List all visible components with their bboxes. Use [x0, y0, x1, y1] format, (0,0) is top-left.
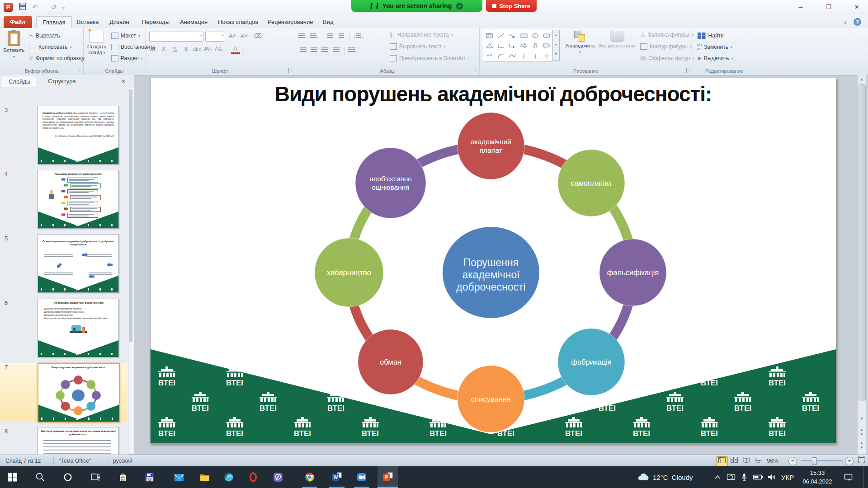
diagram-node-2[interactable]: самоплагіат: [558, 150, 625, 216]
zoom-slider[interactable]: [801, 460, 843, 461]
tab-design[interactable]: Дизайн: [103, 16, 136, 28]
justify-button[interactable]: [331, 46, 340, 55]
language-indicator[interactable]: русский: [113, 455, 132, 467]
diagram-node-8[interactable]: необ'єктивнеоцінювання: [355, 148, 426, 218]
arrange-button[interactable]: Упорядочить▾: [563, 30, 597, 55]
restore-button[interactable]: ❐: [819, 2, 838, 13]
layout-button[interactable]: Макет▾: [111, 31, 140, 41]
paste-button[interactable]: Вставить▾: [1, 30, 27, 60]
shape-effects-button[interactable]: Эффекты фигур▾: [640, 53, 694, 63]
powerpoint-app-icon[interactable]: P: [4, 3, 13, 12]
character-spacing-button[interactable]: AV▾: [203, 44, 212, 53]
bullets-button[interactable]: ▾: [298, 32, 307, 41]
fit-to-window-button[interactable]: [856, 456, 867, 465]
paragraph-dialog-launcher[interactable]: ↘: [473, 68, 478, 73]
diagram-node-5[interactable]: списування: [458, 366, 524, 432]
shape-outline-button[interactable]: Контур фигуры▾: [640, 42, 692, 52]
stop-share-button[interactable]: Stop Share: [486, 0, 537, 12]
shape-fill-button[interactable]: 🝆Заливка фигуры▾: [640, 30, 693, 40]
shrink-font-button[interactable]: A˅: [240, 31, 249, 41]
shape-arc-icon[interactable]: [495, 51, 506, 61]
shape-elbow-icon[interactable]: [495, 41, 506, 51]
slide-sorter-view-button[interactable]: [729, 456, 740, 465]
section-button[interactable]: Раздел▾: [111, 53, 143, 63]
minimize-button[interactable]: ─: [791, 2, 810, 13]
taskbar-viber-icon[interactable]: [268, 466, 288, 488]
tab-transitions[interactable]: Переходы: [136, 16, 176, 28]
tray-chevron-icon[interactable]: [713, 466, 722, 488]
clear-formatting-button[interactable]: ⌫: [253, 31, 262, 41]
slide-thumbnail-8[interactable]: 8Наслідки тривалих та систематичних пору…: [0, 427, 127, 455]
shape-brace-left-icon[interactable]: {: [518, 51, 529, 61]
tab-animations[interactable]: Анимация: [174, 16, 214, 28]
diagram-center-node[interactable]: Порушенняакадемічноїдоброчесності: [443, 227, 539, 318]
shape-line-icon[interactable]: [495, 31, 506, 41]
diagram-node-7[interactable]: хабарництво: [315, 238, 383, 307]
italic-button[interactable]: К: [159, 44, 168, 53]
help-icon[interactable]: ?: [854, 18, 861, 26]
align-text-button[interactable]: Выровнять текст▾: [390, 42, 446, 52]
microphone-icon[interactable]: [740, 466, 748, 488]
panel-tab-outline[interactable]: Структура: [42, 76, 82, 87]
diagram-node-4[interactable]: фабрикація: [558, 328, 625, 395]
zoom-slider-thumb[interactable]: [812, 457, 817, 465]
shape-curve-icon[interactable]: [507, 51, 518, 61]
select-button[interactable]: ➤Выделить▾: [697, 53, 733, 63]
shape-rect-icon[interactable]: [518, 31, 529, 41]
theme-indicator[interactable]: "Тема Office": [59, 455, 91, 467]
taskbar-cortana-icon[interactable]: [57, 466, 78, 488]
next-slide-button[interactable]: ▼▼: [858, 440, 866, 450]
tab-home[interactable]: Главная: [36, 16, 72, 28]
taskbar-mail-icon[interactable]: [169, 466, 189, 488]
taskbar-powerpoint-icon[interactable]: P: [377, 466, 398, 488]
slide-thumbnail-4[interactable]: 4Принципи академічної доброчесності:: [0, 170, 127, 228]
close-button[interactable]: ✕: [847, 2, 866, 13]
font-name-combo[interactable]: [149, 32, 203, 42]
shape-callout-icon[interactable]: [541, 41, 552, 51]
strikethrough-button[interactable]: abc: [193, 44, 202, 53]
panel-scrollbar[interactable]: [128, 88, 134, 455]
action-center-icon[interactable]: [844, 466, 854, 488]
shape-brace-right-icon[interactable]: }: [529, 51, 541, 61]
increase-indent-button[interactable]: [337, 32, 346, 41]
normal-view-button[interactable]: [716, 456, 728, 466]
taskbar-edge-icon[interactable]: [218, 466, 239, 488]
taskbar-task-view-icon[interactable]: [85, 466, 106, 488]
taskbar-zoom-icon[interactable]: [351, 466, 372, 488]
redo-icon[interactable]: ↺: [51, 3, 57, 12]
quick-styles-button[interactable]: Экспресс-стили▾: [598, 30, 637, 49]
align-left-button[interactable]: [298, 46, 307, 55]
slide-canvas[interactable]: Види порушень академічної доброчесності:…: [150, 78, 836, 444]
convert-smartart-button[interactable]: Преобразовать в SmartArt▾: [390, 53, 469, 63]
slideshow-view-button[interactable]: [753, 456, 764, 465]
align-center-button[interactable]: [309, 46, 318, 55]
taskbar-chrome-icon[interactable]: [299, 466, 320, 488]
align-right-button[interactable]: [321, 46, 330, 55]
slide-thumbnail-6[interactable]: 6Необхідність академічної доброчесності:…: [0, 299, 127, 357]
ribbon-collapse-icon[interactable]: ▲: [842, 19, 849, 25]
clock[interactable]: 15:3306.04.2022: [797, 469, 838, 486]
pause-icon[interactable]: [370, 3, 378, 9]
tab-view[interactable]: Вид: [316, 16, 340, 28]
diagram-node-1[interactable]: академічнийплагіат: [458, 113, 524, 179]
panel-close-icon[interactable]: ✕: [119, 77, 127, 85]
taskbar-start-icon[interactable]: [2, 466, 23, 488]
font-color-button[interactable]: A: [231, 45, 240, 54]
taskbar-explorer-icon[interactable]: [194, 466, 215, 488]
numbering-button[interactable]: ▾: [309, 32, 318, 41]
language-indicator-tray[interactable]: УКР: [781, 466, 794, 488]
slide-scrollbar[interactable]: ▲ ▼ ▲▲ ▼▼: [857, 75, 866, 455]
scrollbar-thumb[interactable]: [859, 84, 866, 401]
zoom-in-button[interactable]: +: [845, 457, 854, 465]
panel-tab-slides[interactable]: Слайды: [2, 76, 37, 87]
cut-button[interactable]: ✂Вырезать: [29, 31, 60, 41]
shape-down-arrow-icon[interactable]: [529, 41, 541, 51]
tab-file[interactable]: Файл: [4, 16, 32, 28]
weather-widget[interactable]: 12°C Cloudy: [637, 466, 693, 488]
slide-thumbnail-7[interactable]: 7Види порушень академічної доброчесності…: [0, 363, 127, 421]
tab-review[interactable]: Рецензирование: [261, 16, 319, 28]
undo-icon[interactable]: ↶: [32, 3, 38, 12]
underline-button[interactable]: Ч: [170, 44, 179, 53]
battery-icon[interactable]: [752, 466, 764, 488]
taskbar-opera-icon[interactable]: [243, 466, 264, 488]
